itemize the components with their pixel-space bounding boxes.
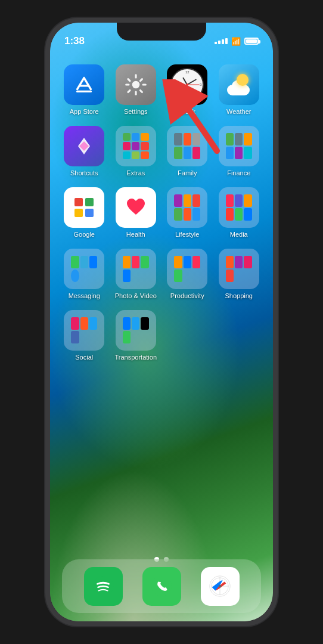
extras-icon bbox=[116, 126, 156, 166]
transportation-icon bbox=[116, 310, 156, 351]
app-google[interactable]: Google bbox=[62, 187, 107, 238]
lifestyle-icon bbox=[167, 187, 207, 228]
clock-label: Clock bbox=[179, 108, 195, 115]
clock-icon: 12 6 3 9 bbox=[167, 64, 207, 105]
app-photovideo[interactable]: Photo & Video bbox=[114, 249, 159, 299]
app-finance[interactable]: Finance bbox=[217, 126, 262, 177]
app-settings[interactable]: Settings bbox=[114, 64, 159, 115]
app-shortcuts[interactable]: Shortcuts bbox=[62, 126, 107, 177]
battery-icon bbox=[244, 38, 259, 45]
app-health[interactable]: Health bbox=[114, 187, 159, 238]
appstore-label: App Store bbox=[70, 108, 99, 115]
app-media[interactable]: Media bbox=[217, 187, 262, 238]
svg-rect-10 bbox=[85, 198, 94, 206]
dock bbox=[62, 559, 261, 613]
shortcuts-icon bbox=[64, 126, 104, 166]
svg-rect-2 bbox=[135, 91, 136, 95]
media-label: Media bbox=[230, 231, 248, 238]
phone-screen: 1:38 📶 bbox=[50, 23, 273, 621]
safari-icon bbox=[201, 567, 240, 606]
signal-icon bbox=[215, 38, 228, 44]
weather-icon bbox=[219, 64, 259, 105]
phone-icon bbox=[142, 567, 181, 606]
health-label: Health bbox=[126, 231, 145, 238]
svg-point-21 bbox=[219, 585, 222, 588]
app-appstore[interactable]: App Store bbox=[62, 64, 107, 115]
svg-rect-9 bbox=[74, 198, 83, 206]
dock-spotify[interactable] bbox=[84, 567, 123, 606]
messaging-icon bbox=[64, 249, 104, 289]
wifi-icon: 📶 bbox=[231, 37, 241, 46]
svg-rect-11 bbox=[74, 209, 83, 217]
app-messaging[interactable]: Messaging bbox=[62, 249, 107, 299]
settings-icon bbox=[116, 64, 156, 105]
app-social[interactable]: Social bbox=[62, 310, 107, 361]
svg-point-0 bbox=[132, 81, 139, 89]
productivity-label: Productivity bbox=[170, 292, 204, 299]
finance-label: Finance bbox=[227, 169, 250, 177]
google-label: Google bbox=[74, 231, 95, 238]
shopping-icon bbox=[219, 249, 259, 289]
svg-rect-1 bbox=[135, 74, 136, 78]
dock-safari[interactable] bbox=[201, 567, 240, 606]
spotify-icon bbox=[84, 567, 123, 606]
app-transportation[interactable]: Transportation bbox=[114, 310, 159, 361]
app-extras[interactable]: Extras bbox=[114, 126, 159, 177]
svg-rect-8 bbox=[126, 89, 131, 93]
photovideo-label: Photo & Video bbox=[115, 292, 157, 299]
weather-label: Weather bbox=[226, 108, 251, 115]
status-time: 1:38 bbox=[64, 35, 85, 47]
shopping-label: Shopping bbox=[225, 292, 253, 299]
status-icons: 📶 bbox=[215, 37, 259, 46]
svg-rect-6 bbox=[139, 89, 143, 93]
app-grid: App Store bbox=[50, 58, 273, 367]
messaging-label: Messaging bbox=[69, 292, 100, 299]
photovideo-icon bbox=[116, 249, 156, 289]
dock-phone[interactable] bbox=[142, 567, 181, 606]
transportation-label: Transportation bbox=[114, 354, 157, 361]
svg-rect-4 bbox=[142, 83, 146, 85]
app-lifestyle[interactable]: Lifestyle bbox=[165, 187, 210, 238]
phone-frame: 1:38 📶 bbox=[45, 18, 278, 626]
svg-rect-5 bbox=[126, 78, 131, 82]
svg-rect-7 bbox=[139, 78, 143, 82]
notch bbox=[117, 23, 206, 41]
finance-icon bbox=[219, 126, 259, 166]
app-family[interactable]: Family bbox=[165, 126, 210, 177]
health-icon bbox=[116, 187, 156, 228]
app-clock[interactable]: 12 6 3 9 Clock bbox=[165, 64, 210, 115]
app-shopping[interactable]: Shopping bbox=[217, 249, 262, 299]
app-weather[interactable]: Weather bbox=[217, 64, 262, 115]
media-icon bbox=[219, 187, 259, 228]
shortcuts-label: Shortcuts bbox=[70, 169, 98, 177]
svg-rect-12 bbox=[85, 209, 94, 217]
social-label: Social bbox=[75, 354, 93, 361]
extras-label: Extras bbox=[126, 169, 145, 177]
appstore-icon bbox=[64, 64, 104, 105]
lifestyle-label: Lifestyle bbox=[175, 231, 199, 238]
svg-rect-3 bbox=[125, 83, 129, 85]
social-icon bbox=[64, 310, 104, 351]
settings-label: Settings bbox=[124, 108, 148, 115]
family-label: Family bbox=[178, 169, 197, 177]
productivity-icon bbox=[167, 249, 207, 289]
google-icon bbox=[64, 187, 104, 228]
family-icon bbox=[167, 126, 207, 166]
app-productivity[interactable]: Productivity bbox=[165, 249, 210, 299]
